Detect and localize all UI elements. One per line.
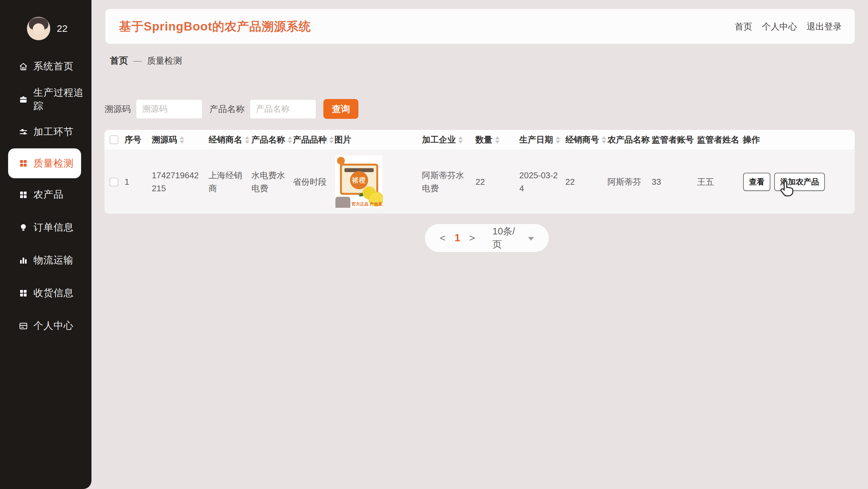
breadcrumb-root[interactable]: 首页	[110, 55, 128, 67]
col-image: 图片	[334, 134, 351, 145]
main-content: 基于SpringBoot的农产品溯源系统 首页 个人中心 退出登录 首页 — 质…	[91, 0, 868, 489]
sidebar-item-label: 个人中心	[33, 319, 74, 333]
cell-index: 1	[125, 175, 129, 188]
header-nav: 首页 个人中心 退出登录	[735, 21, 842, 32]
sidebar-item-system-home[interactable]: 系统首页	[0, 50, 91, 83]
page-title: 基于SpringBoot的农产品溯源系统	[119, 19, 311, 35]
product-image[interactable]: 褚橙 官方正品 产地直发	[334, 155, 383, 209]
product-name-label: 产品名称	[210, 103, 245, 115]
prev-page-button[interactable]: <	[440, 232, 446, 243]
col-supervisor-name: 监管者姓名	[697, 134, 739, 145]
cell-supervisor-name: 王五	[697, 175, 714, 188]
image-gray-badge	[335, 197, 350, 208]
cell-quantity: 22	[475, 175, 485, 188]
sidebar-item-label: 系统首页	[33, 60, 74, 73]
col-variety: 产品品种	[293, 134, 327, 145]
quality-check-table: 序号 溯源码 经销商名 产品名称 产品品种 图片 加工企业	[104, 130, 855, 214]
col-dealer: 经销商名	[209, 134, 242, 145]
grid-icon	[19, 190, 28, 200]
sidebar-menu: 系统首页 生产过程追踪 加工环节 质量检测 农产品 订单信息 物流运输 收货信	[0, 50, 91, 342]
header-bar: 基于SpringBoot的农产品溯源系统 首页 个人中心 退出登录	[105, 9, 855, 44]
product-name-input[interactable]	[250, 99, 316, 119]
col-trace-code: 溯源码	[152, 134, 177, 145]
col-actions: 操作	[743, 134, 760, 145]
chevron-down-icon	[528, 237, 534, 240]
trace-code-label: 溯源码	[104, 103, 131, 115]
sort-icon[interactable]	[458, 136, 463, 144]
col-index: 序号	[125, 134, 142, 145]
profile-name: 22	[57, 23, 67, 34]
add-farm-product-button[interactable]: 添加农产品	[774, 173, 825, 191]
profile: 22	[27, 17, 91, 40]
sidebar-item-label: 农产品	[33, 188, 64, 201]
table-header-row: 序号 溯源码 经销商名 产品名称 产品品种 图片 加工企业	[104, 130, 855, 150]
col-supervisor-account: 监管者账号	[652, 134, 694, 145]
search-button[interactable]: 查询	[323, 99, 359, 119]
sort-icon[interactable]	[180, 136, 184, 144]
sort-icon[interactable]	[556, 136, 560, 144]
cell-dealer: 上海经销商	[209, 169, 246, 195]
sort-icon[interactable]	[495, 136, 499, 144]
avatar[interactable]	[27, 17, 50, 40]
sidebar-item-processing[interactable]: 加工环节	[0, 116, 91, 148]
col-dealer-no: 经销商号	[565, 134, 599, 145]
sidebar-item-label: 收货信息	[33, 286, 74, 300]
col-date: 生产日期	[519, 134, 553, 145]
breadcrumb-current: 质量检测	[147, 55, 182, 66]
breadcrumb-separator: —	[133, 56, 142, 66]
grid-icon	[19, 159, 28, 168]
nav-link-logout[interactable]: 退出登录	[807, 21, 842, 32]
grid-icon	[19, 288, 28, 298]
nav-link-home[interactable]: 首页	[735, 21, 752, 32]
image-box-title: 褚橙	[352, 176, 366, 185]
sidebar-item-farm-products[interactable]: 农产品	[0, 178, 91, 211]
sidebar-item-receiving[interactable]: 收货信息	[0, 277, 91, 310]
sidebar: 22 系统首页 生产过程追踪 加工环节 质量检测 农产品 订单信息 物流运输	[0, 0, 91, 489]
table-row[interactable]: 1 1742719642215 上海经销商 水电费水电费 省份时段 褚橙	[104, 150, 855, 214]
col-product-name: 产品名称	[251, 134, 285, 145]
cell-dealer-no: 22	[565, 175, 575, 188]
select-all-checkbox[interactable]	[110, 135, 118, 144]
cell-company: 阿斯蒂芬水电费	[422, 169, 470, 195]
sliders-icon	[19, 127, 28, 137]
next-page-button[interactable]: >	[469, 232, 475, 243]
row-checkbox[interactable]	[110, 178, 118, 186]
bulb-icon	[19, 223, 28, 232]
pagination: < 1 > 10条/页	[425, 224, 549, 252]
col-farm-product: 农产品名称	[608, 134, 650, 145]
sidebar-item-quality-check[interactable]: 质量检测	[8, 148, 81, 178]
col-company: 加工企业	[422, 134, 456, 145]
nav-link-personal-center[interactable]: 个人中心	[762, 21, 797, 32]
sidebar-item-orders[interactable]: 订单信息	[0, 211, 91, 244]
home-icon	[19, 62, 28, 71]
sidebar-item-label: 物流运输	[33, 254, 74, 267]
image-banner-text: 官方正品 产地直发	[351, 201, 383, 207]
sidebar-item-label: 加工环节	[33, 125, 74, 139]
row-actions: 查看 添加农产品	[743, 173, 825, 191]
page-size-value: 10条/页	[492, 225, 524, 251]
filter-bar: 溯源码 产品名称 查询	[104, 99, 359, 119]
sidebar-item-label: 质量检测	[33, 157, 74, 170]
sidebar-item-label: 生产过程追踪	[33, 86, 91, 113]
card-icon	[19, 321, 28, 331]
cell-date: 2025-03-24	[519, 169, 560, 195]
trace-code-input[interactable]	[136, 99, 203, 119]
cell-farm-product: 阿斯蒂芬	[608, 175, 641, 188]
sidebar-item-personal-center[interactable]: 个人中心	[0, 310, 91, 342]
sidebar-item-production-tracking[interactable]: 生产过程追踪	[0, 83, 91, 116]
briefcase-icon	[19, 94, 28, 104]
cell-trace-code: 1742719642215	[152, 169, 204, 195]
cell-supervisor-account: 33	[652, 175, 661, 188]
sidebar-item-label: 订单信息	[33, 221, 74, 234]
page-size-select[interactable]: 10条/页	[492, 225, 534, 251]
bar-chart-icon	[19, 256, 28, 265]
cell-variety: 省份时段	[293, 175, 327, 188]
page-number-1[interactable]: 1	[455, 232, 460, 244]
col-quantity: 数量	[475, 134, 492, 145]
cell-product-name: 水电费水电费	[251, 169, 288, 195]
view-button[interactable]: 查看	[743, 173, 770, 191]
sidebar-item-logistics[interactable]: 物流运输	[0, 244, 91, 277]
breadcrumb: 首页 — 质量检测	[110, 55, 182, 67]
